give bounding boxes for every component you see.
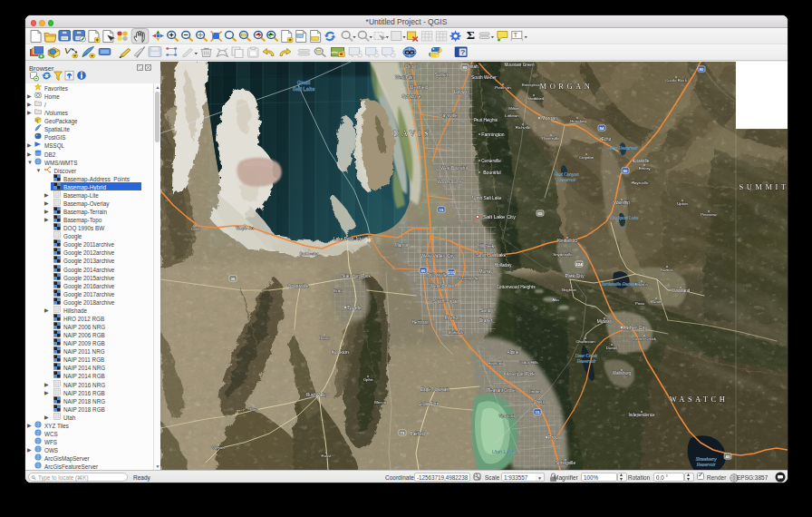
svg-text:Great: Great [297, 80, 311, 85]
svg-text:Woods Cross: Woods Cross [437, 180, 462, 184]
svg-text:Bluffdale: Bluffdale [448, 330, 464, 335]
svg-text:89: 89 [463, 65, 468, 70]
svg-text:South Jordan: South Jordan [433, 299, 459, 304]
svg-text:Woodland: Woodland [672, 288, 691, 293]
svg-text:Reservoir: Reservoir [557, 178, 576, 182]
svg-text:Clinton: Clinton [405, 64, 419, 69]
svg-text:Croydon: Croydon [579, 155, 594, 160]
svg-text:Center Creek: Center Creek [633, 337, 657, 341]
svg-text:84: 84 [600, 126, 604, 131]
svg-text:Layton: Layton [454, 89, 469, 94]
svg-text:MORGAN: MORGAN [540, 82, 594, 91]
svg-text:T: T [514, 31, 518, 39]
svg-text:Fruit Heights: Fruit Heights [474, 118, 498, 122]
svg-text:Bountiful: Bountiful [483, 170, 500, 175]
svg-text:40: 40 [726, 454, 730, 459]
svg-text:Mercur: Mercur [374, 400, 387, 405]
svg-text:73: 73 [401, 431, 405, 435]
svg-text:224: 224 [575, 262, 583, 267]
svg-text:Ophir: Ophir [363, 377, 373, 382]
svg-text:Vineyard: Vineyard [498, 414, 515, 418]
svg-text:DAVIS: DAVIS [393, 129, 431, 138]
svg-text:Sandy: Sandy [480, 307, 494, 313]
svg-text:Mountain Green: Mountain Green [505, 63, 535, 67]
svg-text:Cottonwood Heights: Cottonwood Heights [496, 285, 536, 289]
svg-text:Syracuse: Syracuse [402, 93, 421, 99]
svg-text:?: ? [460, 48, 466, 56]
svg-text:West Valley City: West Valley City [420, 253, 455, 258]
svg-text:Milton: Milton [508, 106, 519, 111]
svg-text:Centerville: Centerville [481, 159, 501, 163]
svg-text:Draper: Draper [479, 318, 493, 323]
svg-text:West Jordan: West Jordan [430, 284, 455, 288]
svg-text:Salt Lake City: Salt Lake City [483, 214, 516, 219]
svg-text:South Weber: South Weber [471, 75, 497, 80]
svg-text:Millcreek: Millcreek [478, 244, 495, 249]
svg-text:SUMMIT: SUMMIT [739, 182, 788, 191]
svg-text:Charleston: Charleston [575, 339, 595, 344]
svg-text:Eagle Mountain: Eagle Mountain [420, 387, 450, 392]
svg-text:80: 80 [421, 268, 426, 273]
svg-text:Rush Valley: Rush Valley [306, 393, 329, 397]
svg-text:Murray: Murray [479, 269, 494, 274]
svg-text:Brighton: Brighton [562, 288, 576, 292]
svg-text:Park City: Park City [565, 273, 584, 278]
svg-text:80: 80 [624, 169, 628, 173]
svg-text:Daniel: Daniel [606, 346, 617, 350]
svg-text:15: 15 [440, 208, 444, 212]
svg-text:Midway: Midway [597, 319, 613, 324]
svg-text:Reservoir: Reservoir [697, 463, 716, 467]
svg-text:Kamas: Kamas [661, 268, 673, 272]
svg-text:Francis: Francis [635, 282, 649, 287]
svg-text:Wanship: Wanship [614, 200, 630, 205]
svg-text:Alta: Alta [552, 298, 559, 302]
svg-text:Kaysville: Kaysville [440, 112, 458, 118]
svg-text:North Salt Lake: North Salt Lake [471, 196, 501, 200]
svg-text:Farmington: Farmington [481, 132, 505, 137]
svg-text:Magna: Magna [395, 243, 408, 248]
svg-text:West Point: West Point [395, 75, 416, 80]
svg-text:Delle: Delle [191, 227, 201, 231]
svg-text:Highland: Highland [488, 361, 504, 366]
svg-text:Pineview: Pineview [701, 212, 717, 217]
svg-text:Salt Lake: Salt Lake [293, 86, 315, 92]
svg-text:Peoa: Peoa [635, 301, 644, 306]
svg-text:Marion: Marion [651, 299, 662, 304]
svg-text:Saratoga Sp: Saratoga Sp [458, 276, 479, 280]
svg-text:Σ: Σ [467, 29, 475, 42]
svg-text:Porterville: Porterville [542, 136, 560, 141]
svg-text:Grantsville: Grantsville [288, 284, 309, 288]
svg-text:Morgan: Morgan [541, 115, 557, 121]
svg-text:East Canyon: East Canyon [554, 172, 579, 177]
svg-text:Utah Lake: Utah Lake [492, 449, 515, 454]
svg-text:Timpie Jct: Timpie Jct [236, 226, 255, 230]
svg-text:Lindon: Lindon [528, 389, 541, 394]
svg-text:Rockport Lake: Rockport Lake [611, 216, 639, 220]
svg-text:Erda: Erda [334, 288, 343, 293]
svg-text:South Salt Lake: South Salt Lake [477, 253, 507, 258]
svg-text:Fairfield: Fairfield [411, 432, 426, 436]
svg-text:Taylorsville: Taylorsville [427, 273, 448, 278]
svg-text:Riverton: Riverton [444, 316, 460, 320]
svg-text:Reservoir: Reservoir [577, 359, 596, 364]
svg-text:V: V [64, 47, 72, 56]
svg-text:Snyderville: Snyderville [553, 252, 573, 257]
svg-text:215: 215 [448, 270, 455, 275]
svg-text:Upton: Upton [677, 201, 688, 206]
svg-text:36: 36 [231, 277, 236, 281]
svg-text:Burmester: Burmester [300, 251, 319, 256]
svg-text:Castle Rock: Castle Rock [665, 78, 687, 83]
svg-text:Littleton: Littleton [505, 113, 519, 118]
svg-text:Tooele: Tooele [347, 305, 362, 310]
svg-text:Pleasant Grove: Pleasant Grove [487, 388, 516, 393]
svg-text:Springville: Springville [556, 461, 575, 465]
svg-text:Strawberry: Strawberry [695, 457, 717, 462]
svg-text:Wallsburg: Wallsburg [613, 371, 632, 376]
svg-text:Henefer: Henefer [570, 119, 585, 123]
svg-text:Terra: Terra [249, 407, 259, 412]
svg-text:Richville: Richville [516, 125, 531, 130]
svg-text:Independence: Independence [628, 413, 655, 417]
svg-text:Kimball Jct: Kimball Jct [557, 239, 578, 243]
svg-text:Orem: Orem [534, 399, 546, 405]
svg-text:Sunset: Sunset [435, 73, 449, 77]
